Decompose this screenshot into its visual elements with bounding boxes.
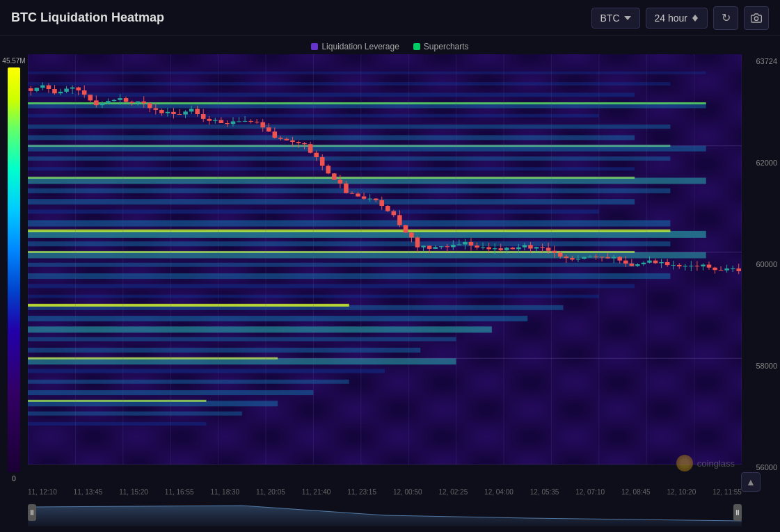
y-label-3: 58000: [745, 362, 777, 370]
chevron-down-icon: [624, 15, 631, 22]
scale-label-top: 45.57M: [2, 57, 25, 65]
x-label-12: 12, 07:10: [575, 488, 605, 496]
y-axis: 63724 62000 60000 58000 56000: [742, 54, 780, 485]
scale-label-bottom: 0: [12, 475, 16, 483]
legend-item-2: Supercharts: [413, 42, 469, 51]
scrubber-right[interactable]: [733, 504, 742, 521]
screenshot-button[interactable]: [744, 6, 769, 30]
watermark: coinglass: [676, 455, 735, 471]
svg-rect-2: [33, 510, 34, 515]
main-chart[interactable]: coinglass: [28, 54, 742, 485]
x-label-7: 11, 23:15: [347, 488, 376, 496]
y-label-2: 60000: [745, 260, 777, 268]
header: BTC Liquidation Heatmap BTC 24 hour ↻: [0, 0, 780, 36]
x-label-2: 11, 15:20: [119, 488, 148, 496]
timeframe-dropdown[interactable]: 24 hour: [646, 8, 708, 29]
y-label-1: 62000: [745, 159, 777, 167]
x-label-5: 11, 20:05: [256, 488, 285, 496]
svg-point-0: [754, 17, 758, 20]
y-label-4: 56000: [745, 463, 777, 471]
legend: Liquidation Leverage Supercharts: [0, 36, 780, 54]
x-label-14: 12, 10:20: [667, 488, 697, 496]
legend-dot-2: [413, 43, 420, 50]
legend-item-1: Liquidation Leverage: [311, 42, 399, 51]
coinglass-logo: [676, 455, 693, 471]
x-label-15: 12, 11:55: [713, 488, 742, 496]
x-label-0: 11, 12:10: [28, 488, 57, 496]
x-label-6: 11, 21:40: [302, 488, 331, 496]
x-axis: 11, 12:1011, 13:4511, 15:2011, 16:5511, …: [0, 485, 780, 499]
x-label-10: 12, 04:00: [484, 488, 514, 496]
scrubber-left-icon: [30, 508, 34, 517]
scrubber-left[interactable]: [28, 504, 36, 521]
legend-label-2: Supercharts: [424, 42, 469, 51]
legend-label-1: Liquidation Leverage: [321, 42, 399, 51]
x-label-9: 12, 02:25: [438, 488, 468, 496]
x-label-4: 11, 18:30: [210, 488, 239, 496]
asset-label: BTC: [600, 13, 620, 24]
legend-dot-1: [311, 43, 318, 50]
x-label-13: 12, 08:45: [621, 488, 651, 496]
svg-rect-4: [738, 510, 740, 515]
x-label-11: 12, 05:35: [530, 488, 559, 496]
heatmap-canvas[interactable]: [28, 54, 742, 465]
updown-icon: [692, 15, 699, 22]
color-scale: 45.57M 0: [0, 54, 28, 485]
chart-area: 45.57M 0 coinglass 63724 62000 60000 580…: [0, 54, 780, 485]
scrubber-right-icon: [735, 508, 740, 517]
watermark-text: coinglass: [697, 458, 735, 469]
scale-bar: [8, 67, 20, 472]
scroll-up-button[interactable]: ▲: [741, 472, 761, 492]
mini-chart-container: [28, 499, 742, 526]
asset-dropdown[interactable]: BTC: [591, 8, 640, 29]
mini-chart-canvas[interactable]: [28, 499, 742, 526]
x-label-3: 11, 16:55: [165, 488, 194, 496]
timeframe-label: 24 hour: [655, 13, 687, 24]
x-label-1: 11, 13:45: [74, 488, 103, 496]
controls: BTC 24 hour ↻: [591, 6, 769, 30]
svg-rect-1: [31, 510, 32, 515]
y-label-0: 63724: [745, 57, 777, 65]
svg-rect-3: [736, 510, 738, 515]
page-title: BTC Liquidation Heatmap: [11, 10, 591, 25]
x-label-8: 12, 00:50: [393, 488, 422, 496]
refresh-button[interactable]: ↻: [713, 6, 738, 30]
camera-icon: [751, 13, 762, 24]
